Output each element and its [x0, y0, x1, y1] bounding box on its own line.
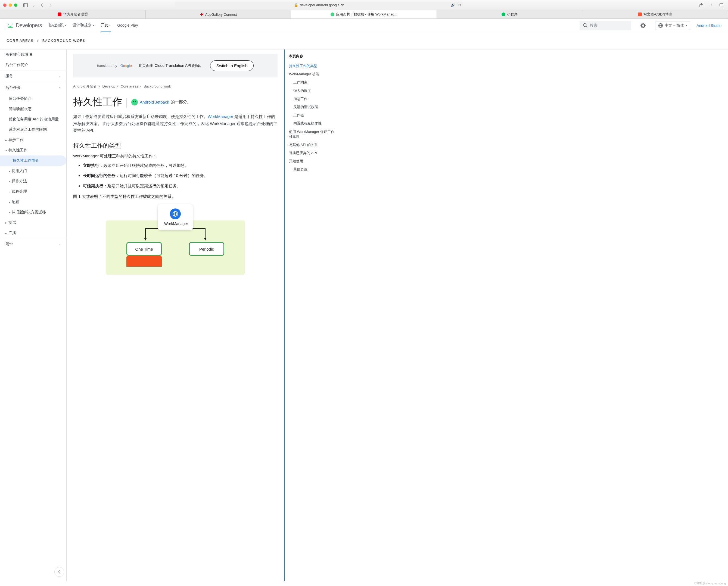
nav-basics[interactable]: 基础知识▾ [48, 19, 66, 32]
chevron-right-icon: ▸ [9, 169, 10, 172]
nav-design[interactable]: 设计和规划▾ [73, 19, 94, 32]
svg-rect-4 [720, 3, 723, 6]
window-minimize-icon[interactable] [9, 3, 12, 7]
work-type-list: 立即执行：必须立即开始且很快就完成的任务，可以加急。 长时间运行的任务：运行时间… [73, 162, 278, 189]
language-label: 中文 – 简体 [665, 23, 684, 28]
audio-playing-icon[interactable]: 🔊 [451, 3, 455, 7]
svg-point-18 [135, 101, 136, 102]
main-nav: 基础知识▾ 设计和规划▾ 开发▾ Google Play [48, 19, 138, 32]
tab-label: 小程序 [507, 12, 518, 17]
workmanager-diagram: WorkManager One Time Periodic [73, 204, 278, 264]
breadcrumb-item[interactable]: CORE AREAS [6, 38, 34, 43]
breadcrumb-link[interactable]: Android 开发者 [73, 84, 97, 88]
toc-link[interactable]: 工作约束 [289, 78, 336, 86]
chevron-down-icon: ▾ [5, 149, 7, 152]
forward-button[interactable] [47, 2, 54, 8]
nav-develop[interactable]: 开发▾ [101, 19, 111, 32]
sidebar-item[interactable]: 优化任务调度 API 的电池用量 [0, 114, 66, 125]
content-breadcrumb: Android 开发者› Develop› Core areas› Backgr… [73, 84, 278, 89]
browser-tab[interactable]: 华为开发者联盟 [0, 10, 146, 19]
browser-tab-active[interactable]: 应用架构：数据层 - 使用 WorkManag... [291, 10, 437, 19]
tab-overview-icon[interactable] [717, 2, 725, 8]
sidebar-group-alarm[interactable]: 闹钟⌄ [0, 238, 66, 250]
sidebar-item-persistent[interactable]: ▾持久性工作 [0, 145, 66, 156]
toc-link[interactable]: 与其他 API 的关系 [289, 141, 336, 149]
window-zoom-icon[interactable] [14, 3, 18, 7]
browser-tab[interactable]: AppGallery Connect [146, 10, 291, 19]
workmanager-link[interactable]: WorkManager [208, 114, 233, 119]
sidebar-item[interactable]: 后台工作简介 [0, 60, 66, 70]
sidebar-item[interactable]: 管理唤醒状态 [0, 104, 66, 114]
jetpack-suffix: 的一部分。 [171, 100, 191, 105]
chevron-down-icon: ▾ [685, 24, 687, 27]
search-input[interactable]: 搜索 [579, 21, 631, 30]
android-studio-link[interactable]: Android Studio [697, 23, 722, 28]
breadcrumb-link[interactable]: Develop [102, 84, 115, 88]
chevron-right-icon: › [140, 84, 141, 88]
toc-link[interactable]: 加急工作 [289, 95, 336, 103]
sidebar-group-services[interactable]: 服务⌄ [0, 71, 66, 82]
window-close-icon[interactable] [3, 3, 6, 7]
breadcrumb-item[interactable]: BACKGROUND WORK [43, 38, 86, 43]
toc-link[interactable]: 开始使用 [289, 157, 336, 165]
breadcrumb-link[interactable]: Core areas [121, 84, 138, 88]
chevron-down-icon: ⌄ [59, 75, 61, 78]
diagram-node-immediate [126, 256, 162, 267]
reload-icon[interactable]: ↻ [458, 3, 461, 7]
diagram-label: WorkManager [164, 221, 188, 226]
collapse-sidebar-button[interactable] [54, 567, 64, 577]
toc-link[interactable]: 替换已废弃的 API [289, 149, 336, 157]
browser-tab[interactable]: 小程序 [437, 10, 582, 19]
sidebar-item[interactable]: ▸操作方法 [0, 176, 66, 186]
toc-link[interactable]: 灵活的重试政策 [289, 103, 336, 111]
globe-icon [658, 23, 663, 28]
address-bar[interactable]: 🔒 developer.android.google.cn 🔊 ↻ [175, 2, 464, 9]
translated-by-label: translated by Google [97, 63, 132, 68]
sidebar-item[interactable]: ▸使用入门 [0, 166, 66, 176]
dark-mode-toggle[interactable] [638, 20, 649, 31]
new-tab-icon[interactable]: + [707, 2, 715, 8]
sidebar-item-active[interactable]: 持久性工作简介 [0, 156, 66, 166]
search-icon [583, 23, 588, 28]
sidebar-item[interactable]: ▸配置 [0, 197, 66, 207]
language-selector[interactable]: 中文 – 简体 ▾ [655, 21, 690, 30]
sidebar-item[interactable]: ▸从旧版解决方案迁移 [0, 207, 66, 217]
jetpack-link[interactable]: Android Jetpack [140, 100, 169, 104]
browser-tab[interactable]: 写文章-CSDN博客 [582, 10, 728, 19]
toc-link[interactable]: 持久性工作的类型 [289, 62, 336, 70]
chevron-right-icon: ▸ [9, 190, 10, 193]
sidebar-item-broadcast[interactable]: ▸广播 [0, 228, 66, 238]
svg-line-8 [12, 24, 12, 25]
toc-link[interactable]: 内置线程互操作性 [289, 119, 336, 128]
toc-link[interactable]: 使用 WorkManager 保证工作可靠性 [289, 128, 336, 141]
share-icon[interactable] [698, 2, 705, 8]
svg-point-16 [131, 99, 138, 105]
list-item: 长时间运行的任务：运行时间可能较长（可能超过 10 分钟）的任务。 [83, 172, 278, 179]
breadcrumb-link[interactable]: Background work [144, 84, 171, 88]
sidebar-item[interactable]: ▸线程处理 [0, 186, 66, 197]
section-heading: 持久性工作的类型 [73, 142, 278, 150]
huawei-favicon-icon [58, 12, 61, 16]
table-of-contents: 本页内容 持久性工作的类型 WorkManager 功能 工作约束 强大的调度 … [284, 50, 338, 581]
toc-link[interactable]: 强大的调度 [289, 87, 336, 95]
browser-titlebar: ⌄ 🔒 developer.android.google.cn 🔊 ↻ + [0, 0, 728, 10]
toc-link[interactable]: WorkManager 功能 [289, 70, 336, 78]
sidebar-item[interactable]: 系统对后台工作的限制 [0, 125, 66, 135]
sidebar-item-async[interactable]: ▸异步工作 [0, 135, 66, 145]
developers-logo[interactable]: Developers [6, 22, 42, 29]
sidebar-item[interactable]: 所有核心领域 ⊟ [0, 50, 66, 60]
chevron-down-icon[interactable]: ⌄ [31, 2, 36, 8]
back-button[interactable] [38, 2, 46, 8]
csdn-favicon-icon [638, 12, 642, 16]
google-logo-icon: Google [121, 63, 132, 68]
sidebar-toggle-icon[interactable] [22, 2, 29, 8]
toc-link[interactable]: 工作链 [289, 111, 336, 119]
svg-point-9 [583, 23, 586, 26]
switch-to-english-button[interactable]: Switch to English [210, 60, 254, 71]
toc-link[interactable]: 其他资源 [289, 165, 336, 174]
sidebar-item[interactable]: 后台任务简介 [0, 94, 66, 104]
nav-googleplay[interactable]: Google Play [117, 19, 138, 32]
sidebar-group-bgtasks[interactable]: 后台任务⌃ [0, 82, 66, 94]
sidebar-item-test[interactable]: ▸测试 [0, 217, 66, 228]
chevron-down-icon: ▾ [65, 24, 66, 27]
